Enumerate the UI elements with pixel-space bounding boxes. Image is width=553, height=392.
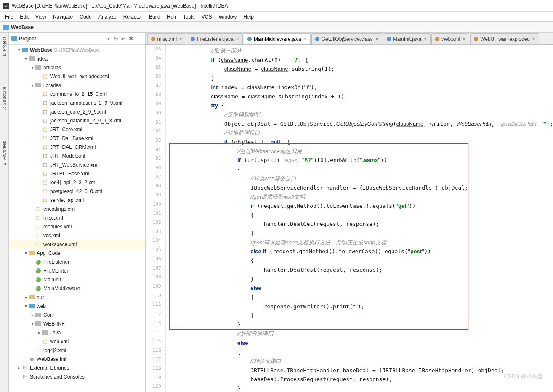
tree-item[interactable]: ⬚JRT_WebService.xml	[9, 160, 145, 169]
tree-item[interactable]: ▸Java	[9, 328, 145, 337]
tree-item[interactable]: ▾WebBaseD:\JREPlan\WebBase	[9, 45, 145, 54]
tree-item[interactable]: ⬚jackson_databind_2_9_9_3.xml	[9, 116, 145, 125]
tree-item[interactable]: ⬚workspace.xml	[9, 240, 145, 249]
window-title: WebBase [D:\JREPlan\WebBase] - ...\App_C…	[12, 3, 228, 9]
folder-icon	[11, 36, 17, 41]
tree-item[interactable]: ⬚modules.xml	[9, 222, 145, 231]
tree-item[interactable]: ⬚log4j2.xml	[9, 346, 145, 355]
tree-item[interactable]: ▸out	[9, 293, 145, 302]
tree-item[interactable]: ⬚log4j_api_2_3_2.xml	[9, 178, 145, 187]
menu-tools[interactable]: Tools	[181, 13, 197, 21]
tree-item[interactable]: ▾.idea	[9, 54, 145, 63]
editor-tab[interactable]: FileListener.java×	[187, 33, 243, 44]
close-icon[interactable]: ×	[424, 36, 427, 42]
dropdown-icon[interactable]: ▾	[107, 36, 110, 42]
tree-item[interactable]: ⬚commons_io_2_15_0.xml	[9, 90, 145, 98]
editor-tab[interactable]: web.xml×	[431, 33, 469, 44]
tree-item[interactable]: ⬚servlet_api.xml	[9, 196, 145, 204]
editor-tabs: misc.xml×FileListener.java×MainMiddlewar…	[146, 33, 553, 45]
project-tree[interactable]: ▾WebBaseD:\JREPlan\WebBase▾.idea▾artifac…	[9, 45, 145, 392]
tree-item[interactable]: ▾web	[9, 302, 145, 310]
code-content[interactable]: //取第一部分 if (className.charAt(0) == '/') …	[166, 45, 553, 392]
close-icon[interactable]: ×	[179, 36, 182, 42]
project-header: Project ▾ ⊕ ⇤ ✱ —	[9, 33, 145, 45]
tree-item[interactable]: CMainMiddleware	[9, 284, 145, 293]
tree-item[interactable]: ⬚JRT_DAL_ORM.xml	[9, 143, 145, 151]
editor-tab[interactable]: GetBllObjService.class×	[311, 33, 382, 44]
menu-analyze[interactable]: Analyze	[97, 13, 118, 21]
menu-bar: FileEditViewNavigateCodeAnalyzeRefactorB…	[0, 12, 553, 22]
folder-icon	[3, 25, 9, 30]
tree-item[interactable]: ▾libraries	[9, 81, 145, 90]
title-bar: IJ WebBase [D:\JREPlan\WebBase] - ...\Ap…	[0, 0, 553, 12]
menu-view[interactable]: View	[34, 13, 48, 21]
menu-edit[interactable]: Edit	[18, 13, 30, 21]
settings-icon[interactable]: ✱	[128, 35, 135, 42]
tree-item[interactable]: ▸⊪External Libraries	[9, 363, 145, 372]
menu-refactor[interactable]: Refactor	[122, 13, 144, 21]
watermark: CSDN @小乌鱼	[504, 373, 543, 380]
tree-item[interactable]: CFileListener	[9, 257, 145, 266]
tree-item[interactable]: ▦WebBase.iml	[9, 355, 145, 363]
left-tool-tabs: 1: Project7: Structure2: Favorites	[0, 33, 9, 392]
tree-item[interactable]: ▸Conf	[9, 310, 145, 319]
tree-item[interactable]: ⬚web.xml	[9, 337, 145, 346]
menu-vcs[interactable]: VCS	[200, 13, 214, 21]
editor-tab[interactable]: misc.xml×	[147, 33, 186, 44]
work-area: 1: Project7: Structure2: Favorites Proje…	[0, 33, 553, 392]
tree-item[interactable]: ⬚jackson_annotations_2_9_9.xml	[9, 98, 145, 107]
tool-tab[interactable]: 1: Project	[1, 34, 8, 59]
project-label: Project	[19, 36, 107, 42]
menu-file[interactable]: File	[3, 13, 15, 21]
tree-item[interactable]: ⬚jackson_core_2_9_9.xml	[9, 107, 145, 116]
line-gutter: 8384858687888990919293949596979899100101…	[146, 45, 166, 392]
editor-tab[interactable]: WebUI_war_exploded×	[470, 33, 539, 44]
tree-item[interactable]: CMainInit	[9, 275, 145, 284]
target-icon[interactable]: ⊕	[112, 35, 120, 42]
tree-item[interactable]: ⊪Scratches and Consoles	[9, 372, 145, 381]
hide-icon[interactable]: —	[135, 35, 143, 42]
tree-item[interactable]: ⬚misc.xml	[9, 213, 145, 222]
close-icon[interactable]: ×	[375, 36, 378, 42]
tree-item[interactable]: ▾artifacts	[9, 63, 145, 72]
project-panel: Project ▾ ⊕ ⇤ ✱ — ▾WebBaseD:\JREPlan\Web…	[9, 33, 145, 392]
menu-build[interactable]: Build	[147, 13, 162, 21]
tree-item[interactable]: ⬚JRTBLLBase.xml	[9, 169, 145, 178]
tree-item[interactable]: ▾WEB-INF	[9, 319, 145, 328]
tree-item[interactable]: ⬚encodings.xml	[9, 204, 145, 213]
menu-code[interactable]: Code	[78, 13, 93, 21]
breadcrumb[interactable]: WebBase	[11, 24, 34, 30]
editor-area: misc.xml×FileListener.java×MainMiddlewar…	[146, 33, 553, 392]
tool-tab[interactable]: 7: Structure	[1, 84, 8, 113]
menu-window[interactable]: Window	[217, 13, 238, 21]
tree-item[interactable]: ⬚JRT_Dal_Base.xml	[9, 134, 145, 143]
tree-item[interactable]: CFileMonitor	[9, 266, 145, 275]
close-icon[interactable]: ×	[236, 36, 239, 42]
navigation-bar: WebBase	[0, 22, 553, 33]
code-editor[interactable]: 8384858687888990919293949596979899100101…	[146, 45, 553, 392]
tree-item[interactable]: ⬚WebUI_war_exploded.xml	[9, 72, 145, 81]
tree-item[interactable]: ⬚JRT_Core.xml	[9, 125, 145, 134]
app-icon: IJ	[3, 3, 9, 9]
editor-tab[interactable]: MainMiddleware.java×	[244, 33, 311, 44]
tree-item[interactable]: ⬚JRT_Model.xml	[9, 151, 145, 160]
collapse-icon[interactable]: ⇤	[120, 35, 128, 42]
tool-tab[interactable]: 2: Favorites	[1, 138, 8, 167]
close-icon[interactable]: ×	[532, 36, 535, 42]
menu-navigate[interactable]: Navigate	[51, 13, 74, 21]
editor-tab[interactable]: MainInit.java×	[383, 33, 431, 44]
tree-item[interactable]: ▾App_Code	[9, 249, 145, 257]
tree-item[interactable]: ⬚vcs.xml	[9, 231, 145, 240]
close-icon[interactable]: ×	[463, 36, 465, 42]
close-icon[interactable]: ×	[304, 36, 307, 42]
menu-run[interactable]: Run	[165, 13, 178, 21]
menu-help[interactable]: Help	[242, 13, 255, 21]
tree-item[interactable]: ⬚postgresql_42_6_0.xml	[9, 187, 145, 196]
